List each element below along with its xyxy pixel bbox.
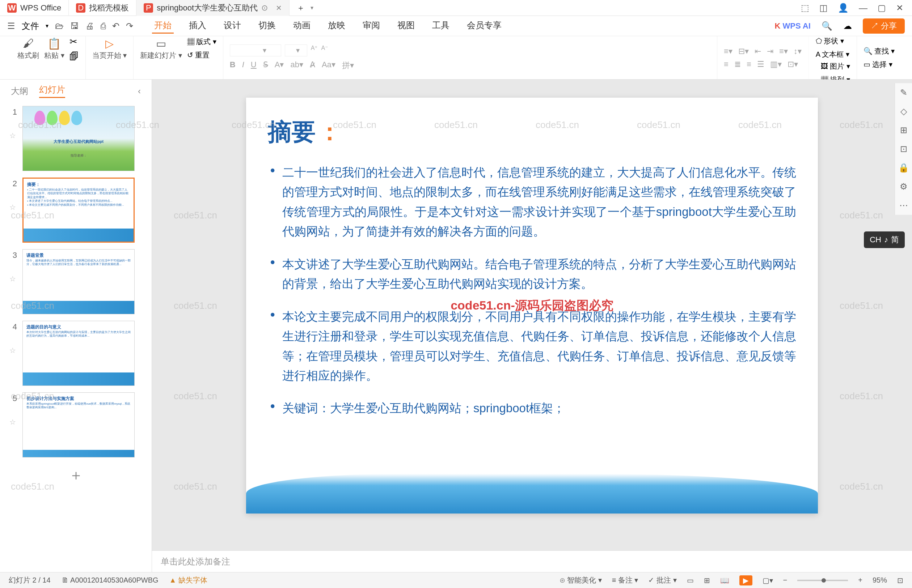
save-icon[interactable]: 🖫: [70, 21, 79, 31]
tab-start[interactable]: 开始: [152, 18, 174, 34]
indent-decrease-icon[interactable]: ⇤: [755, 47, 761, 56]
align-right-icon[interactable]: ≡: [747, 60, 751, 69]
font-grow-icon[interactable]: A⁺: [311, 44, 318, 57]
wps-ai-button[interactable]: K WPS AI: [774, 21, 810, 31]
more-tool-icon[interactable]: ⋯: [898, 200, 909, 210]
dropdown-icon[interactable]: ▾: [311, 4, 313, 11]
slide-bullet[interactable]: 本论文主要完成不同用户的权限划分，不同用户具有不同权限的操作功能，在学生模块，主…: [268, 307, 796, 386]
file-menu[interactable]: 文件: [22, 20, 39, 32]
align-vertical-icon[interactable]: ⊡▾: [787, 60, 798, 69]
tab-design[interactable]: 设计: [222, 18, 243, 34]
box-tool-icon[interactable]: ⊡: [898, 144, 909, 154]
minimize-icon[interactable]: —: [859, 3, 867, 13]
redo-icon[interactable]: ↷: [126, 21, 133, 31]
text-direction-icon[interactable]: ↕▾: [794, 47, 802, 56]
copy-icon[interactable]: 🗐: [70, 51, 79, 62]
tab-wps-office[interactable]: W WPS Office: [0, 0, 69, 16]
font-color-icon[interactable]: A▾: [275, 60, 284, 71]
slideshow-button[interactable]: ▶: [739, 575, 752, 585]
slide-thumbnail-1[interactable]: 大学生爱心互助代购网站ppt 指导老师：: [23, 106, 134, 171]
pencil-tool-icon[interactable]: ✎: [898, 87, 909, 98]
collapse-sidebar-icon[interactable]: ‹: [138, 86, 141, 96]
open-icon[interactable]: 🗁: [55, 21, 64, 31]
slide-canvas[interactable]: 摘要： 二十一世纪我们的社会进入了信息时代，信息管理系统的建立，大大提高了人们信…: [152, 90, 912, 551]
font-size-select[interactable]: ▾: [285, 44, 307, 57]
avatar-icon[interactable]: 👤: [838, 3, 849, 13]
zoom-in-icon[interactable]: +: [858, 576, 862, 585]
zoom-slider[interactable]: [797, 580, 848, 581]
tab-slideshow[interactable]: 放映: [326, 18, 347, 34]
change-case-icon[interactable]: Aa▾: [322, 60, 335, 71]
fit-to-window-icon[interactable]: ⊡: [897, 576, 903, 585]
cube-icon[interactable]: ◫: [820, 3, 828, 13]
preview-icon[interactable]: ⎙: [100, 21, 106, 31]
ime-indicator[interactable]: CH ♪ 简: [864, 231, 905, 248]
italic-icon[interactable]: I: [242, 60, 244, 71]
cloud-upload-icon[interactable]: ☁: [843, 21, 852, 31]
slide-thumbnail-5[interactable]: 初步设计方法与实施方案 本系统采用springboot框架进行开发，前端使用vu…: [23, 393, 134, 457]
number-list-icon[interactable]: ⊟▾: [738, 47, 749, 56]
maximize-icon[interactable]: ▢: [878, 3, 886, 13]
tab-tools[interactable]: 工具: [430, 18, 452, 34]
slide[interactable]: 摘要： 二十一世纪我们的社会进入了信息时代，信息管理系统的建立，大大提高了人们信…: [246, 98, 818, 514]
tab-slides[interactable]: 幻灯片: [39, 84, 65, 98]
star-icon[interactable]: ☆: [10, 418, 16, 426]
notes-pane[interactable]: 单击此处添加备注: [152, 551, 912, 572]
slide-thumbnail-4[interactable]: 选题的目的与意义 本次针对大学生爱心互助代购网站的设计与实现，主要目的是为了方便…: [23, 321, 134, 386]
dropdown-icon[interactable]: ▾: [45, 23, 49, 29]
normal-view-icon[interactable]: ▭: [687, 576, 694, 585]
layout-button[interactable]: ▦ 版式 ▾: [187, 37, 216, 47]
play-icon[interactable]: ▷: [105, 36, 113, 51]
slide-bullet[interactable]: 关键词：大学生爱心互助代购网站；springboot框架；: [268, 399, 796, 418]
close-window-icon[interactable]: ✕: [896, 3, 903, 13]
comments-toggle[interactable]: ✓ 批注 ▾: [648, 575, 676, 585]
reset-button[interactable]: ↺ 重置: [187, 50, 216, 60]
grid-tool-icon[interactable]: ⊞: [898, 125, 909, 135]
tab-current-file[interactable]: P springboot大学生爱心互助代 ⊙ ✕: [136, 0, 290, 16]
slide-body[interactable]: 二十一世纪我们的社会进入了信息时代，信息管理系统的建立，大大提高了人们信息化水平…: [268, 163, 796, 418]
star-icon[interactable]: ☆: [10, 203, 16, 212]
close-tab-icon[interactable]: ✕: [276, 3, 282, 12]
columns-icon[interactable]: ▥▾: [770, 60, 782, 69]
zoom-level[interactable]: 95%: [873, 576, 887, 585]
notes-toggle[interactable]: ≡ 备注 ▾: [612, 575, 638, 585]
missing-font-warning[interactable]: ▲ 缺失字体: [169, 575, 207, 585]
bold-icon[interactable]: B: [230, 60, 236, 71]
tab-outline[interactable]: 大纲: [11, 86, 28, 97]
font-shrink-icon[interactable]: A⁻: [321, 44, 328, 57]
star-icon[interactable]: ☆: [10, 275, 16, 283]
tab-template[interactable]: D 找稻壳模板: [69, 0, 136, 16]
tab-animation[interactable]: 动画: [291, 18, 313, 34]
bullet-list-icon[interactable]: ≡▾: [724, 47, 732, 56]
pin-icon[interactable]: ⊙: [261, 3, 268, 13]
format-brush-icon[interactable]: 🖌: [23, 36, 34, 51]
add-slide-button[interactable]: ＋: [7, 464, 144, 486]
line-spacing-icon[interactable]: ≡▾: [779, 47, 788, 56]
pinyin-icon[interactable]: 拼▾: [342, 60, 354, 71]
slide-counter[interactable]: 幻灯片 2 / 14: [9, 575, 51, 585]
tab-transition[interactable]: 切换: [256, 18, 278, 34]
paste-icon[interactable]: 📋: [47, 36, 61, 51]
undo-icon[interactable]: ↶: [112, 21, 120, 31]
hamburger-icon[interactable]: ☰: [7, 21, 15, 31]
slide-title[interactable]: 摘要：: [268, 116, 796, 148]
diamond-tool-icon[interactable]: ◇: [898, 106, 909, 116]
align-left-icon[interactable]: ≡: [724, 60, 729, 69]
print-icon[interactable]: 🖨: [86, 21, 94, 31]
search-icon[interactable]: 🔍: [821, 21, 833, 31]
gear-tool-icon[interactable]: ⚙: [898, 181, 909, 192]
clear-format-icon[interactable]: A̷: [310, 60, 315, 71]
underline-icon[interactable]: U: [251, 60, 257, 71]
beautify-button[interactable]: ⊙ 智能美化 ▾: [559, 575, 602, 585]
slide-bullet[interactable]: 二十一世纪我们的社会进入了信息时代，信息管理系统的建立，大大提高了人们信息化水平…: [268, 163, 796, 242]
font-family-select[interactable]: ▾: [230, 44, 281, 57]
select-button[interactable]: ▭ 选择 ▾: [863, 60, 895, 69]
indent-increase-icon[interactable]: ⇥: [767, 47, 773, 56]
reading-view-icon[interactable]: 📖: [720, 576, 729, 585]
panel-icon[interactable]: ⬚: [801, 3, 809, 13]
tab-insert[interactable]: 插入: [187, 18, 209, 34]
sorter-view-icon[interactable]: ⊞: [704, 576, 710, 585]
picture-button[interactable]: 🖼 图片 ▾: [821, 61, 850, 71]
new-slide-icon[interactable]: ▭: [156, 36, 166, 51]
shape-button[interactable]: ⬠ 形状 ▾: [816, 36, 849, 46]
